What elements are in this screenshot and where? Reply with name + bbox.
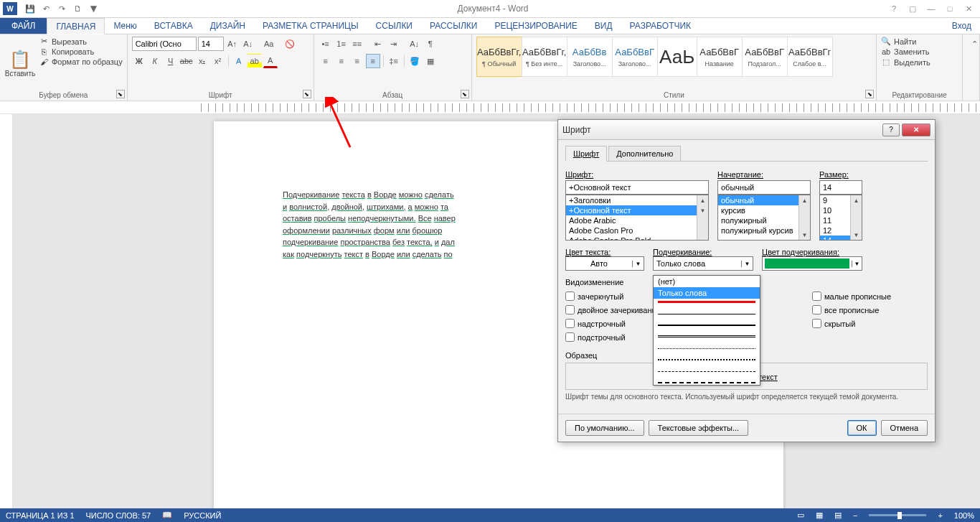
- tab-menu[interactable]: Меню: [105, 18, 145, 34]
- tab-insert[interactable]: ВСТАВКА: [146, 18, 202, 34]
- tab-developer[interactable]: РАЗРАБОТЧИК: [621, 18, 700, 34]
- dialog-tab-font[interactable]: Шрифт: [565, 146, 607, 162]
- subscript-button[interactable]: x₂: [195, 54, 209, 68]
- status-language[interactable]: РУССКИЙ: [184, 511, 221, 520]
- numbering-button[interactable]: 1≡: [334, 37, 349, 51]
- font-size-input[interactable]: [198, 37, 224, 51]
- shading-button[interactable]: 🪣: [407, 54, 422, 68]
- copy-button[interactable]: ⎘Копировать: [39, 47, 123, 56]
- tab-mailings[interactable]: РАССЫЛКИ: [421, 18, 486, 34]
- font-listbox[interactable]: +Заголовки+Основной текстAdobe ArabicAdo…: [565, 195, 709, 241]
- dialog-help-button[interactable]: ?: [882, 123, 900, 136]
- font-size-field[interactable]: [819, 180, 862, 195]
- grow-font-button[interactable]: A↑: [225, 37, 240, 51]
- view-print-button[interactable]: ▦: [816, 511, 823, 520]
- select-button[interactable]: ⬚Выделить: [881, 57, 958, 67]
- tab-layout[interactable]: РАЗМЕТКА СТРАНИЦЫ: [254, 18, 367, 34]
- login-link[interactable]: Вход: [943, 18, 980, 34]
- paragraph-launcher[interactable]: ⬊: [461, 90, 469, 98]
- italic-button[interactable]: К: [148, 54, 162, 68]
- underline-style-combo[interactable]: Только слова▼: [653, 256, 753, 271]
- style-item-4[interactable]: АаБбВвГНазвание: [697, 37, 743, 77]
- zoom-slider[interactable]: [869, 514, 926, 516]
- multilevel-button[interactable]: ≡≡: [350, 37, 364, 51]
- align-center-button[interactable]: ≡: [334, 54, 349, 68]
- cut-button[interactable]: ✂Вырезать: [39, 37, 123, 46]
- underline-opt-dashed-thick[interactable]: [658, 373, 755, 383]
- line-spacing-button[interactable]: ‡≡: [387, 54, 401, 68]
- style-item-3[interactable]: АаБбВвГЗаголово...: [612, 37, 658, 77]
- underline-opt-thick[interactable]: [658, 316, 755, 326]
- strikethrough-button[interactable]: abc: [179, 54, 194, 68]
- font-name-input[interactable]: [132, 37, 197, 51]
- style-item-5[interactable]: АаБбВвГПодзагол...: [742, 37, 788, 77]
- qat-new[interactable]: 🗋: [70, 1, 85, 16]
- tab-design[interactable]: ДИЗАЙН: [202, 18, 254, 34]
- font-launcher[interactable]: ⬊: [303, 90, 311, 98]
- minimize-button[interactable]: —: [923, 1, 940, 16]
- tab-file[interactable]: ФАЙЛ: [0, 18, 47, 34]
- qat-undo[interactable]: ↶: [39, 1, 53, 16]
- decrease-indent-button[interactable]: ⇤: [371, 37, 385, 51]
- borders-button[interactable]: ▦: [423, 54, 438, 68]
- ok-button[interactable]: ОК: [847, 420, 877, 436]
- style-item-1[interactable]: АаБбВвГг,¶ Без инте...: [522, 37, 567, 77]
- zoom-level[interactable]: 100%: [954, 511, 974, 520]
- tab-references[interactable]: ССЫЛКИ: [367, 18, 421, 34]
- chk-hidden[interactable]: скрытый: [812, 319, 891, 328]
- ribbon-collapse-button[interactable]: ⌃: [967, 37, 980, 51]
- sort-button[interactable]: A↓: [407, 37, 422, 51]
- font-color-button[interactable]: A: [263, 54, 278, 68]
- view-web-button[interactable]: ▤: [834, 511, 842, 520]
- status-page[interactable]: СТРАНИЦА 1 ИЗ 1: [6, 511, 75, 520]
- size-listbox[interactable]: 910111214▲▼: [819, 195, 862, 241]
- font-color-combo[interactable]: Авто▼: [565, 256, 644, 271]
- underline-opt-dashed[interactable]: [658, 362, 755, 372]
- status-words[interactable]: ЧИСЛО СЛОВ: 57: [86, 511, 151, 520]
- tab-home[interactable]: ГЛАВНАЯ: [47, 18, 105, 34]
- default-button[interactable]: По умолчанию...: [565, 420, 644, 436]
- align-left-button[interactable]: ≡: [319, 54, 333, 68]
- chk-smallcaps[interactable]: малые прописные: [812, 292, 891, 301]
- dialog-titlebar[interactable]: Шрифт ? ✕: [558, 120, 935, 140]
- underline-opt-none[interactable]: (нет): [654, 276, 760, 287]
- find-button[interactable]: 🔍Найти: [881, 37, 958, 46]
- styles-launcher[interactable]: ⬊: [865, 90, 874, 98]
- text-effects-button[interactable]: A: [232, 54, 246, 68]
- qat-customize[interactable]: ⯆: [86, 1, 100, 16]
- align-right-button[interactable]: ≡: [350, 54, 364, 68]
- status-proof-icon[interactable]: 📖: [162, 511, 172, 520]
- style-listbox[interactable]: обычныйкурсивполужирныйполужирный курсив…: [717, 195, 811, 241]
- styles-gallery[interactable]: АаБбВвГг,¶ ОбычныйАаБбВвГг,¶ Без инте...…: [476, 37, 872, 77]
- chk-allcaps[interactable]: все прописные: [812, 305, 891, 314]
- ribbon-display-button[interactable]: ▢: [904, 1, 921, 16]
- qat-save[interactable]: 💾: [23, 1, 37, 16]
- qat-redo[interactable]: ↷: [55, 1, 69, 16]
- clipboard-launcher[interactable]: ⬊: [116, 90, 125, 98]
- bullets-button[interactable]: •≡: [319, 37, 333, 51]
- font-style-field[interactable]: [717, 180, 811, 195]
- style-item-0[interactable]: АаБбВвГг,¶ Обычный: [476, 37, 522, 77]
- style-item-2[interactable]: АаБбВвЗаголово...: [567, 37, 613, 77]
- vertical-ruler[interactable]: [0, 114, 13, 508]
- superscript-button[interactable]: x²: [211, 54, 225, 68]
- change-case-button[interactable]: Aa: [262, 37, 276, 51]
- paste-button[interactable]: 📋 Вставить: [4, 37, 36, 90]
- shrink-font-button[interactable]: A↓: [241, 37, 255, 51]
- zoom-in-button[interactable]: +: [938, 511, 942, 520]
- font-name-field[interactable]: [565, 180, 709, 195]
- underline-opt-single[interactable]: [658, 304, 755, 314]
- format-painter-button[interactable]: 🖌Формат по образцу: [39, 57, 123, 66]
- justify-button[interactable]: ≡: [366, 54, 380, 68]
- cancel-button[interactable]: Отмена: [881, 420, 928, 436]
- underline-dropdown-open[interactable]: (нет) Только слова: [653, 275, 760, 386]
- tab-review[interactable]: РЕЦЕНЗИРОВАНИЕ: [486, 18, 585, 34]
- view-read-button[interactable]: ▭: [797, 511, 804, 520]
- help-button[interactable]: ?: [885, 1, 903, 16]
- close-button[interactable]: ✕: [960, 1, 977, 16]
- underline-opt-words[interactable]: Только слова: [654, 287, 760, 299]
- tab-view[interactable]: ВИД: [586, 18, 621, 34]
- underline-opt-dotted-thick[interactable]: [658, 350, 755, 360]
- bold-button[interactable]: Ж: [132, 54, 146, 68]
- maximize-button[interactable]: □: [941, 1, 958, 16]
